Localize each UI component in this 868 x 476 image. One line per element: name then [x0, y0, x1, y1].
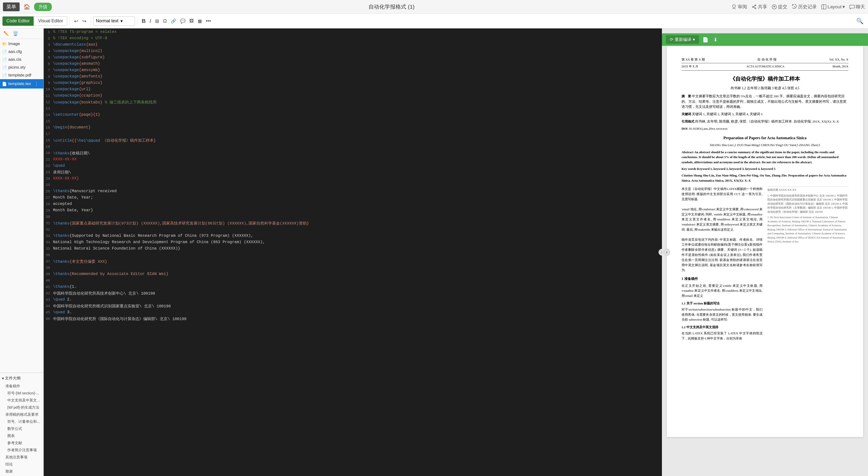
line-content[interactable]: Month Date, Year}	[53, 208, 662, 212]
chat-button[interactable]: 聊天	[849, 4, 865, 10]
sidebar-edit-button[interactable]: ✏️	[2, 30, 10, 37]
line-content[interactable]: \usepackage{url}	[53, 87, 662, 92]
paper-date-zh: 201X 年 X 月	[682, 64, 698, 69]
more-options-button[interactable]: •••	[204, 17, 213, 25]
line-content[interactable]: \thanks{国家重点基础研究发展计划(973计划) (XXXXXX),国家高…	[53, 221, 662, 226]
line-content[interactable]: \usepackage{multicol}	[53, 49, 662, 53]
code-editor-button[interactable]: Code Editor	[2, 16, 34, 26]
outline-item-prepare[interactable]: 准备稿件	[0, 383, 43, 390]
redo-button[interactable]: ↪	[81, 17, 88, 25]
svg-line-5	[753, 7, 755, 8]
file-item-template-tex[interactable]: 📄 template.tex ⋮	[0, 79, 43, 89]
outline-item-sub3[interactable]: [\bf pdf]-的生成方法	[0, 404, 43, 411]
line-content[interactable]: \usepackage{subfigure}	[53, 55, 662, 60]
menu-button[interactable]: 菜单	[3, 2, 20, 11]
code-line: 45\quad 3.	[44, 310, 662, 316]
preview-save-button[interactable]: ⬇	[712, 36, 719, 44]
line-content[interactable]: National Natural Science Foundation of C…	[53, 246, 662, 251]
bold-button[interactable]: B	[140, 17, 148, 26]
line-content[interactable]: \setcounter{page}{1}	[53, 112, 662, 117]
line-content[interactable]: \begin{document}	[53, 125, 662, 130]
outline-item-sub7[interactable]: 参考文献	[0, 440, 43, 447]
line-content[interactable]: \usepackage{amsmath}	[53, 62, 662, 66]
line-content[interactable]: 中国科学院自动化研究所高技术创新中心\ 北京\ 100190	[53, 291, 662, 296]
submit-button[interactable]: 提交	[772, 4, 787, 10]
line-content[interactable]: \thanks{Recommended by Associate Editor …	[53, 272, 662, 276]
visual-editor-button[interactable]: Visual Editor	[34, 16, 67, 26]
outline-item-other[interactable]: 其他注意事项	[0, 454, 43, 461]
search-button[interactable]: 🔍	[854, 17, 866, 26]
preview-toolbar: ⟳ 重新编译 ▾ 📄 ⬇	[662, 33, 868, 46]
line-content[interactable]: 录用日期\	[53, 170, 662, 175]
line-content[interactable]: \usepackage{booktabs} % 做三线表的上下两条粗线用	[53, 100, 662, 105]
share-button[interactable]: 共享	[751, 4, 767, 10]
outline-item-sub2[interactable]: 中文支持及中英文...	[0, 397, 43, 404]
line-content[interactable]: National High Technology Research and De…	[53, 240, 662, 244]
insert-symbol-button[interactable]: Ω	[161, 17, 168, 25]
insert-image-button[interactable]: 🖼	[188, 17, 195, 25]
line-content[interactable]: \usepackage{ccaption}	[53, 93, 662, 98]
line-content[interactable]: \usepackage{amssymb}	[53, 68, 662, 72]
line-content[interactable]: \quad 2.	[53, 297, 662, 302]
outline-item-format[interactable]: 录用稿的格式及要求	[0, 411, 43, 418]
outline-item-thanks[interactable]: 致谢	[0, 468, 43, 475]
line-number: 38	[44, 266, 53, 270]
line-content[interactable]: XXXX-XX-XX}	[53, 176, 662, 181]
line-content[interactable]: \thanks{Supported by National Basic Rese…	[53, 234, 662, 238]
keywords-zh-label: 关键词	[682, 112, 691, 116]
upgrade-button[interactable]: 升级	[34, 3, 52, 11]
recompile-button[interactable]: ⟳ 重新编译 ▾	[666, 35, 699, 44]
citation-en-label: Citation	[682, 174, 693, 177]
file-item-image[interactable]: 📁 Image	[0, 40, 43, 48]
text-style-dropdown[interactable]: Normal text ▾	[93, 16, 135, 26]
file-item-aas-cfg[interactable]: 📄 aas.cfg	[0, 48, 43, 56]
layout-button[interactable]: Layout ▾	[821, 4, 845, 9]
outline-item-sub4[interactable]: 符号、计量单位和...	[0, 418, 43, 425]
line-number: 15	[44, 119, 53, 124]
line-content[interactable]: Month Date, Year;	[53, 195, 662, 200]
line-number: 33	[44, 234, 53, 238]
line-content[interactable]: \usepackage{amsfonts}	[53, 74, 662, 79]
outline-item-conclusion[interactable]: 结论	[0, 461, 43, 468]
history-button[interactable]: 历史记录	[792, 4, 817, 10]
collapse-preview-arrow[interactable]: ‹	[663, 249, 670, 256]
line-content[interactable]: \thanks{1.	[53, 284, 662, 289]
line-content[interactable]: \cntitle{{\hei\qquad 《自动化学报》稿件加工样本}	[53, 138, 662, 143]
comment-button[interactable]: 💬	[178, 17, 187, 25]
line-content[interactable]: accepted	[53, 202, 662, 206]
review-icon	[731, 4, 737, 9]
insert-link-button[interactable]: 🔗	[169, 17, 178, 25]
line-content[interactable]: 中国科学院自动化研究所模式识别国家重点实验室\ 北京\ 100190	[53, 304, 662, 309]
file-item-aas-cls[interactable]: 📄 aas.cls	[0, 56, 43, 64]
line-content[interactable]: \quad	[53, 164, 662, 168]
file-context-menu[interactable]: ⋮	[33, 81, 40, 87]
line-number: 4	[44, 49, 53, 54]
home-button[interactable]: 🏠	[22, 3, 32, 11]
italic-button[interactable]: I	[148, 17, 153, 26]
file-item-template-pdf[interactable]: 📄 template.pdf	[0, 71, 43, 79]
outline-item-sub5[interactable]: 数学公式	[0, 425, 43, 432]
line-content[interactable]: % !TEX encoding = UTF-8	[53, 36, 662, 40]
outline-item-sub6[interactable]: 图表	[0, 432, 43, 440]
outline-item-sub1[interactable]: 符号-[\bf section]-...	[0, 390, 43, 397]
outline-item-sub8[interactable]: 作者简介注意事项	[0, 447, 43, 454]
line-content[interactable]: \quad 3.	[53, 310, 662, 314]
outline-header[interactable]: ▾ 文件大纲	[0, 374, 43, 383]
line-content[interactable]: 中国科学院自动化研究所《国际自动化与计算杂志》编辑部\ 北京\ 100190	[53, 316, 662, 321]
code-editor[interactable]: 1% !TEX TS-program = xelatex2% !TEX enco…	[44, 28, 662, 476]
line-content[interactable]: XXXX-XX-XX	[53, 157, 662, 162]
preview-download-button[interactable]: 📄	[701, 36, 710, 44]
paper-journal-name: 自 动 化 学 报	[757, 57, 776, 62]
sidebar-delete-button[interactable]: 🗑️	[12, 30, 19, 37]
line-content[interactable]: \usepackage{graphicx}	[53, 81, 662, 85]
line-content[interactable]: \thanks{Manuscript received	[53, 189, 662, 193]
line-content[interactable]: \thanks{收稿日期\	[53, 151, 662, 156]
insert-table-button[interactable]: ⊞	[153, 17, 161, 25]
line-content[interactable]: % !TEX TS-program = xelatex	[53, 30, 662, 34]
undo-button[interactable]: ↩	[72, 17, 80, 25]
review-button[interactable]: 审阅	[731, 4, 747, 10]
file-item-picins-sty[interactable]: 📄 picins.sty	[0, 64, 43, 71]
insert-grid-button[interactable]: ▦	[196, 17, 204, 25]
line-content[interactable]: \thanks{本文责任编委 XXX}	[53, 259, 662, 264]
line-content[interactable]: \documentclass{aas}	[53, 42, 662, 47]
